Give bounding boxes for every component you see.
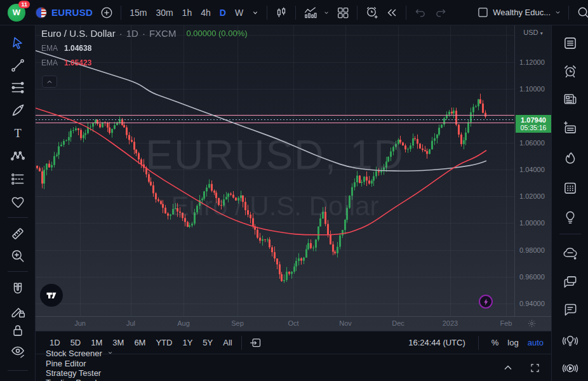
indicators-icon (303, 5, 317, 20)
indicators-button[interactable] (300, 3, 320, 23)
time-axis[interactable]: JunJulAugSepOctNovDec2023Feb (36, 316, 551, 331)
range-1y[interactable]: 1Y (177, 335, 197, 350)
legend-indicator-row[interactable]: EMA1.04638 (41, 43, 248, 53)
svg-text:T: T (14, 127, 21, 140)
main-menu-button[interactable]: W 11 (8, 4, 25, 22)
timezone-clock[interactable]: 16:24:44 (UTC) (408, 338, 465, 347)
ruler-icon (10, 225, 26, 242)
panel-collapse-button[interactable] (498, 358, 518, 378)
top-toolbar: W 11 EURUSD 15m30m1h4hDW (0, 0, 588, 25)
price-tick: 1.02000 (519, 192, 545, 200)
tool-fib-retracement[interactable] (9, 79, 27, 97)
percent-scale-button[interactable]: % (491, 338, 499, 347)
sidebar-comments[interactable] (561, 300, 579, 318)
tool-long-position[interactable] (9, 170, 27, 188)
log-scale-button[interactable]: log (507, 338, 518, 347)
timeframe-dropdown-button[interactable] (248, 3, 263, 23)
timeframe-1h[interactable]: 1h (178, 5, 197, 20)
tab-chevron (106, 349, 114, 359)
replay-rewind-icon (385, 6, 399, 20)
timeframe-w[interactable]: W (231, 5, 248, 20)
symbol-search-button[interactable]: EURUSD (32, 4, 97, 21)
sidebar-calendar[interactable] (561, 179, 579, 197)
timeframe-15m[interactable]: 15m (125, 5, 151, 20)
tab-trading-panel[interactable]: Trading Panel (46, 378, 97, 381)
price-tick: 1.12000 (519, 58, 545, 66)
magnet-icon (10, 281, 26, 297)
sidebar-private-chats[interactable] (561, 273, 579, 291)
sidebar-chat-cloud[interactable] (561, 244, 579, 262)
tool-xabcd-pattern[interactable] (9, 147, 27, 165)
indicators-dropdown-button[interactable] (320, 3, 333, 23)
tool-drawing-mode-lock[interactable] (9, 302, 27, 320)
panel-fullscreen-button[interactable] (525, 358, 545, 378)
streams-icon (562, 360, 578, 377)
timeframe-d[interactable]: D (215, 5, 231, 20)
price-tick: 1.10000 (519, 85, 545, 93)
legend-indicator-row[interactable]: EMA1.05423 (41, 58, 248, 68)
sidebar-watchlist[interactable] (561, 34, 579, 52)
price-chart-canvas[interactable] (36, 25, 514, 316)
tab-pine-editor[interactable]: Pine Editor (46, 359, 86, 368)
tool-brush[interactable] (9, 102, 27, 119)
redo-arrow-icon (434, 6, 448, 20)
sidebar-divider (559, 234, 581, 234)
search-button[interactable] (573, 3, 588, 23)
chevron-down-icon (553, 8, 563, 17)
legend-symbol-row[interactable]: Euro / U.S. Dollar · 1D · FXCM 0.00000 (… (41, 28, 248, 39)
chart-pane[interactable]: EURUSD, 1D Euro / U.S. Dollar Euro / U.S… (36, 25, 514, 316)
price-axis-currency-dropdown[interactable]: USD ▾ (515, 29, 551, 36)
layout-dropdown-button[interactable] (551, 3, 565, 23)
separator (267, 6, 267, 20)
bar-replay-button[interactable] (382, 3, 402, 23)
sidebar-ideas-stream[interactable] (561, 332, 579, 350)
range-all[interactable]: All (218, 335, 237, 350)
sidebar-streams[interactable] (561, 359, 579, 377)
tool-magnet[interactable] (9, 280, 27, 298)
timeframe-30m[interactable]: 30m (151, 5, 177, 20)
tool-lock-all[interactable] (9, 321, 27, 339)
save-layout-button[interactable] (472, 3, 493, 23)
legend-collapse-button[interactable] (42, 76, 57, 88)
undo-button[interactable] (410, 3, 431, 23)
tab-stock-screener[interactable]: Stock Screener (46, 349, 114, 359)
layout-grid-button[interactable] (333, 3, 353, 23)
ideas-icon (562, 209, 578, 225)
time-axis-label: Jul (117, 319, 145, 327)
sidebar-ideas[interactable] (561, 208, 579, 226)
layout-name-button[interactable]: Wealthy Educ... (493, 8, 551, 17)
quick-action-lightning-button[interactable] (479, 295, 493, 309)
tool-hide-all[interactable] (9, 342, 27, 360)
tool-cursor[interactable] (9, 34, 27, 52)
tv-logo-icon (45, 289, 58, 302)
sidebar-alerts[interactable] (561, 62, 579, 80)
chevron-up-icon (502, 361, 514, 374)
auto-scale-button[interactable]: auto (528, 338, 544, 347)
range-5y[interactable]: 5Y (197, 335, 218, 350)
tool-emoji-heart[interactable] (9, 193, 27, 211)
range-ytd[interactable]: YTD (150, 335, 177, 350)
plus-circle-icon (100, 6, 114, 20)
sidebar-hotlists[interactable] (561, 150, 579, 168)
compare-add-symbol-button[interactable] (97, 3, 117, 23)
tool-text[interactable]: T (9, 124, 27, 142)
legend-symbol-title: Euro / U.S. Dollar (41, 28, 116, 39)
chevron-down-icon (322, 8, 331, 17)
chart-style-button[interactable] (271, 3, 291, 23)
go-to-date-button[interactable] (246, 333, 266, 353)
tool-zoom-in[interactable] (9, 247, 27, 265)
timeframe-4h[interactable]: 4h (196, 5, 215, 20)
sidebar-text-notes[interactable] (561, 119, 579, 137)
create-alert-button[interactable] (361, 3, 382, 23)
tool-ruler[interactable] (9, 225, 27, 243)
price-tick: 0.94000 (519, 300, 545, 307)
redo-button[interactable] (431, 3, 451, 23)
tab-strategy-tester[interactable]: Strategy Tester (46, 368, 101, 378)
separator (241, 336, 242, 350)
axis-settings-gear-icon[interactable] (527, 319, 537, 330)
sidebar-news[interactable] (561, 90, 579, 108)
tradingview-logo[interactable] (40, 284, 63, 307)
price-axis[interactable]: USD ▾ 1.07940 05:35:16 1.120001.100001.0… (514, 25, 551, 316)
tool-trend-line[interactable] (9, 57, 27, 74)
price-tick: 1.04000 (519, 166, 545, 173)
